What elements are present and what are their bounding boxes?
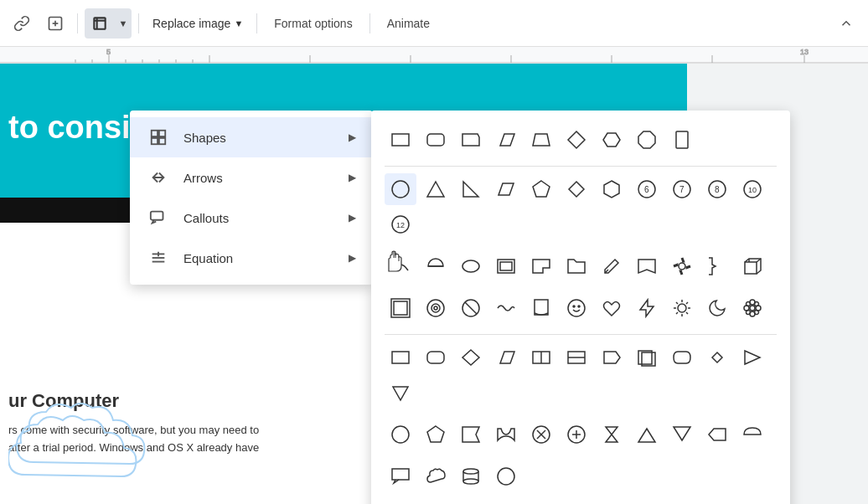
- shape-type-menu: Shapes ▶ Arrows ▶ Callouts ▶: [130, 111, 373, 285]
- shape-gear[interactable]: [666, 250, 698, 282]
- shape-speech-bubble[interactable]: [385, 460, 416, 492]
- shape-double-frame[interactable]: [385, 292, 416, 324]
- shape-half-oval[interactable]: [736, 419, 768, 450]
- shape-circled-12[interactable]: 12: [385, 208, 416, 240]
- shape-split-rect[interactable]: [525, 342, 557, 373]
- shape-document[interactable]: [525, 292, 557, 324]
- crop-shape-button-group[interactable]: ▼: [85, 8, 132, 39]
- shape-triangle-down-2[interactable]: [666, 419, 698, 450]
- shape-rhombus[interactable]: [561, 173, 592, 205]
- shape-wave-outline[interactable]: [490, 419, 522, 450]
- shape-cloud[interactable]: [420, 460, 452, 492]
- crop-dropdown-arrow[interactable]: ▼: [115, 8, 132, 39]
- shape-sun[interactable]: [666, 292, 698, 324]
- shape-no-symbol[interactable]: [455, 292, 487, 324]
- shape-folder[interactable]: [561, 250, 592, 282]
- shape-stadium[interactable]: [666, 342, 698, 373]
- shape-pentagon[interactable]: [525, 173, 557, 205]
- svg-rect-63: [535, 300, 548, 315]
- shape-diamond-outline[interactable]: [455, 342, 487, 373]
- shape-arrow-box[interactable]: [525, 250, 557, 282]
- shape-cylinder[interactable]: [455, 460, 487, 492]
- shape-circled-6[interactable]: 6: [631, 173, 663, 205]
- shape-circled-8[interactable]: 8: [701, 173, 733, 205]
- menu-item-equation[interactable]: Equation ▶: [130, 238, 373, 278]
- shape-wave[interactable]: [490, 292, 522, 324]
- animate-button[interactable]: Animate: [377, 8, 440, 39]
- shape-circled-10[interactable]: 10: [736, 173, 768, 205]
- svg-point-66: [578, 306, 580, 307]
- shape-rect-outline[interactable]: [385, 342, 416, 373]
- shapes-divider-2: [385, 334, 777, 335]
- shape-triangle-right[interactable]: [736, 342, 768, 373]
- shape-parallelogram[interactable]: [490, 124, 522, 156]
- shape-rounded-outline[interactable]: [420, 342, 452, 373]
- shapes-panel: 6 7 8 10 12: [371, 111, 790, 504]
- shape-smiley[interactable]: [561, 292, 592, 324]
- shape-pentagon-outline[interactable]: [420, 419, 452, 450]
- shape-triangle-up[interactable]: [631, 419, 663, 450]
- shape-hexagon[interactable]: [596, 124, 628, 156]
- shape-right-triangle[interactable]: [455, 173, 487, 205]
- shape-xmark-circle[interactable]: [525, 419, 557, 450]
- shape-brace[interactable]: [701, 250, 733, 282]
- shape-diamond[interactable]: [561, 124, 592, 156]
- shape-circle-2[interactable]: [490, 460, 522, 492]
- shape-oval[interactable]: [455, 250, 487, 282]
- svg-point-60: [434, 306, 437, 310]
- svg-point-82: [755, 311, 759, 315]
- toolbar: ▼ Replace image ▼ Format options Animate: [0, 0, 868, 47]
- shape-stacked[interactable]: [631, 342, 663, 373]
- shape-target[interactable]: [420, 292, 452, 324]
- shape-parallelogram-2[interactable]: [490, 173, 522, 205]
- svg-line-73: [686, 312, 688, 314]
- menu-item-arrows[interactable]: Arrows ▶: [130, 157, 373, 198]
- shape-flower[interactable]: [736, 292, 768, 324]
- shapes-row-6: [385, 419, 777, 450]
- shape-lightning[interactable]: [631, 292, 663, 324]
- shape-heart[interactable]: [596, 292, 628, 324]
- shape-hourglass[interactable]: [596, 419, 628, 450]
- add-image-button[interactable]: [40, 8, 70, 39]
- collapse-toolbar-button[interactable]: [831, 8, 861, 39]
- shape-octagon[interactable]: [631, 124, 663, 156]
- shape-small-diamond[interactable]: [701, 342, 733, 373]
- callouts-icon: [147, 206, 170, 229]
- shape-striped-rect[interactable]: [561, 342, 592, 373]
- svg-point-83: [755, 302, 759, 306]
- shape-circle-outline[interactable]: [385, 419, 416, 450]
- equation-label: Equation: [183, 251, 335, 265]
- shape-flag[interactable]: [455, 419, 487, 450]
- menu-item-shapes[interactable]: Shapes ▶: [130, 117, 373, 157]
- animate-label: Animate: [387, 17, 430, 30]
- shape-triangle[interactable]: [420, 173, 452, 205]
- shape-chevron-right[interactable]: [596, 342, 628, 373]
- shape-snip-rect[interactable]: [455, 124, 487, 156]
- shapes-row-7: [385, 460, 777, 492]
- shape-circle[interactable]: [385, 173, 416, 205]
- shape-rounded-rect[interactable]: [420, 124, 452, 156]
- shape-rectangle[interactable]: [385, 124, 416, 156]
- shape-arc[interactable]: [385, 250, 416, 282]
- shape-triangle-down[interactable]: [385, 377, 416, 409]
- replace-image-button[interactable]: Replace image ▼: [146, 8, 250, 39]
- format-options-button[interactable]: Format options: [264, 8, 362, 39]
- shape-half-circle[interactable]: [420, 250, 452, 282]
- shape-moon[interactable]: [701, 292, 733, 324]
- shape-notched-rect[interactable]: [631, 250, 663, 282]
- shapes-icon: [147, 126, 170, 149]
- shape-arrow-left-notch[interactable]: [701, 419, 733, 450]
- shape-hexagon-2[interactable]: [596, 173, 628, 205]
- shape-hollow-rect[interactable]: [490, 250, 522, 282]
- shape-pencil[interactable]: [596, 250, 628, 282]
- shape-tall-rect[interactable]: [666, 124, 698, 156]
- shape-3d-box[interactable]: [736, 250, 768, 282]
- link-button[interactable]: [7, 8, 37, 39]
- shape-trapezoid[interactable]: [525, 124, 557, 156]
- menu-item-callouts[interactable]: Callouts ▶: [130, 198, 373, 238]
- shape-plus-circle[interactable]: [561, 419, 592, 450]
- shape-parallelogram-outline[interactable]: [490, 342, 522, 373]
- crop-button[interactable]: [85, 8, 115, 39]
- shapes-row-2: 6 7 8 10 12: [385, 173, 777, 240]
- shape-circled-7[interactable]: 7: [666, 173, 698, 205]
